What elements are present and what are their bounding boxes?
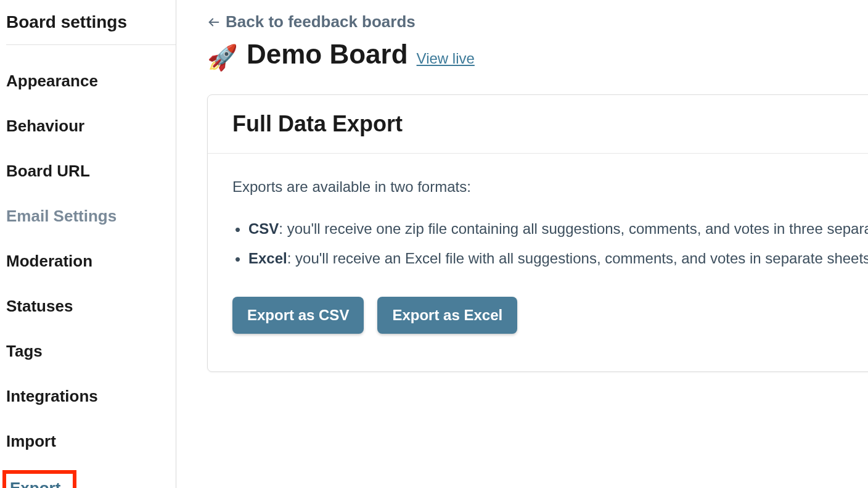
format-name-csv: CSV [248,220,279,237]
title-row: 🚀 Demo Board View live [207,39,868,70]
view-live-link[interactable]: View live [417,50,475,67]
format-list: CSV: you'll receive one zip file contain… [232,218,868,270]
arrow-left-icon [207,15,221,29]
sidebar-item-integrations[interactable]: Integrations [6,374,176,419]
card-body: Exports are available in two formats: CS… [208,154,868,358]
format-name-excel: Excel [248,250,287,267]
sidebar-item-moderation[interactable]: Moderation [6,239,176,284]
sidebar-item-export[interactable]: Export [10,479,60,488]
format-item-excel: Excel: you'll receive an Excel file with… [248,247,868,270]
highlight-box: Export [2,470,76,488]
sidebar-item-appearance[interactable]: Appearance [6,59,176,104]
export-card: Full Data Export Exports are available i… [207,94,868,372]
sidebar-item-behaviour[interactable]: Behaviour [6,104,176,149]
button-row: Export as CSV Export as Excel [232,297,868,334]
sidebar-item-statuses[interactable]: Statuses [6,284,176,329]
main-content: Back to feedback boards 🚀 Demo Board Vie… [176,0,868,488]
format-desc-csv: : you'll receive one zip file containing… [279,220,868,237]
format-desc-excel: : you'll receive an Excel file with all … [287,250,868,267]
back-link[interactable]: Back to feedback boards [207,12,416,31]
card-title: Full Data Export [232,111,868,137]
sidebar-item-email-settings[interactable]: Email Settings [6,194,176,239]
sidebar-header: Board settings [6,12,176,45]
rocket-icon: 🚀 [207,43,238,72]
sidebar-item-import[interactable]: Import [6,419,176,464]
export-csv-button[interactable]: Export as CSV [232,297,364,334]
sidebar-item-tags[interactable]: Tags [6,329,176,374]
board-title: Demo Board [247,39,408,70]
sidebar: Board settings Appearance Behaviour Boar… [0,0,176,488]
sidebar-item-board-url[interactable]: Board URL [6,149,176,194]
sidebar-nav: Appearance Behaviour Board URL Email Set… [6,59,176,488]
back-link-label: Back to feedback boards [226,12,416,31]
card-header: Full Data Export [208,95,868,154]
format-item-csv: CSV: you'll receive one zip file contain… [248,218,868,240]
intro-text: Exports are available in two formats: [232,178,868,196]
export-excel-button[interactable]: Export as Excel [377,297,517,334]
